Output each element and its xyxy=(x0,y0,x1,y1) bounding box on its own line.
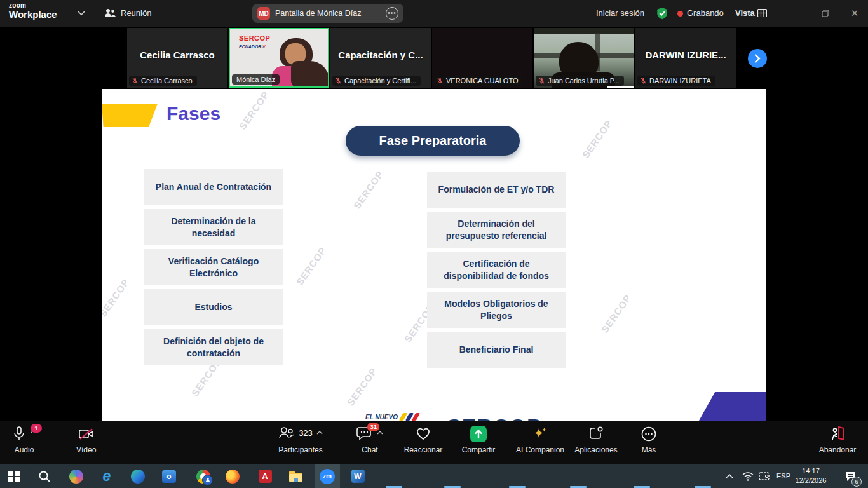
search-button[interactable] xyxy=(32,464,57,488)
taskbar-acrobat-icon[interactable]: A xyxy=(252,464,278,488)
ai-companion-button[interactable]: AI Companion xyxy=(511,426,569,454)
watermark: SERCOP xyxy=(294,245,329,287)
corner-accent-shape xyxy=(699,392,766,421)
watermark: SERCOP xyxy=(237,89,271,132)
taskbar-file-explorer-icon[interactable] xyxy=(283,464,308,488)
participant-name-text: Capacitación y Certifi... xyxy=(344,77,416,85)
share-button[interactable]: Compartir xyxy=(456,426,501,454)
participant-tile-monica-active-speaker[interactable]: SERCOP ECUADOR/// Mónica Díaz xyxy=(229,28,329,88)
leave-button[interactable]: Abandonar xyxy=(812,426,863,454)
audio-label: Audio xyxy=(15,445,34,454)
phase-pill: Fase Preparatoria xyxy=(346,126,520,156)
share-screen-icon xyxy=(470,426,487,442)
meeting-people-icon xyxy=(104,8,116,18)
recording-label: Grabando xyxy=(687,8,724,18)
participants-button[interactable]: 323 Participantes xyxy=(266,426,336,454)
taskbar-copilot-icon[interactable] xyxy=(64,464,89,488)
watermark: SERCOP xyxy=(102,276,132,319)
taskbar-chrome-icon[interactable] xyxy=(191,464,216,488)
logo-word-zoom: zoom xyxy=(9,3,57,9)
tray-clock[interactable]: 14:17 12/2/2026 xyxy=(788,466,834,485)
process-box: Definición del objeto de contratación xyxy=(144,329,283,365)
taskbar-zoom-icon-active[interactable]: zm xyxy=(315,464,340,488)
tray-connect-icon[interactable] xyxy=(754,464,774,488)
participants-icon xyxy=(278,426,295,441)
participant-name-text: DARWIN IZURIETA xyxy=(649,77,711,85)
chat-unread-badge: 31 xyxy=(367,423,379,431)
shared-screen-slide: SERCOP SERCOP SERCOP SERCOP SERCOP SERCO… xyxy=(102,89,766,421)
taskbar-word-icon[interactable]: W xyxy=(345,464,370,488)
view-grid-icon[interactable] xyxy=(757,9,767,17)
screen-share-tab[interactable]: MD Pantalla de Mónica Díaz ••• xyxy=(252,4,403,23)
react-label: Reaccionar xyxy=(404,445,443,454)
security-shield-icon[interactable] xyxy=(656,7,668,20)
next-participants-button[interactable] xyxy=(748,49,767,68)
search-icon xyxy=(38,470,51,483)
taskbar-internet-explorer-icon[interactable]: e xyxy=(94,464,119,488)
maximize-button[interactable] xyxy=(811,0,840,27)
sercop-logo: SERCOP ECUADOR/// xyxy=(239,34,270,50)
speaker-hair-side xyxy=(291,61,329,88)
chat-label: Chat xyxy=(362,445,377,454)
notification-count-badge: 6 xyxy=(851,477,862,487)
participants-count: 323 xyxy=(299,428,313,438)
video-button[interactable]: Vídeo xyxy=(76,426,96,454)
start-button[interactable] xyxy=(1,464,27,488)
participant-tile-veronica[interactable]: VERONICA GUALOTO xyxy=(432,28,532,88)
react-button[interactable]: Reaccionar xyxy=(400,426,446,454)
minimize-button[interactable]: — xyxy=(780,0,810,27)
participant-name-text: Mónica Díaz xyxy=(236,76,275,83)
window-frame-top xyxy=(534,28,634,34)
mic-off-icon xyxy=(640,77,647,85)
watermark: SERCOP xyxy=(345,365,379,408)
mic-off-icon xyxy=(538,77,545,85)
strip-indicator xyxy=(607,86,634,88)
participant-name-text: Cecilia Carrasco xyxy=(141,77,193,85)
apps-button[interactable]: Aplicaciones xyxy=(571,426,621,454)
video-off-icon xyxy=(78,426,95,442)
meeting-toolbar: 1 Audio Vídeo xyxy=(0,421,868,464)
audio-button[interactable]: 1 Audio xyxy=(11,426,37,454)
participants-caret-icon[interactable] xyxy=(316,431,323,435)
more-label: Más xyxy=(642,445,656,454)
chat-caret-icon[interactable] xyxy=(377,431,383,435)
chevron-down-icon[interactable] xyxy=(78,11,85,16)
taskbar-firefox-icon[interactable] xyxy=(220,464,245,488)
taskbar-outlook-icon[interactable]: o xyxy=(156,464,182,488)
close-button[interactable]: ✕ xyxy=(840,0,868,27)
participant-tile-cecilia[interactable]: Cecilia Carrasco Cecilia Carrasco xyxy=(127,28,227,88)
sign-in-link[interactable]: Iniciar sesión xyxy=(596,8,644,18)
participant-nametag: Cecilia Carrasco xyxy=(129,76,197,86)
more-icon xyxy=(641,426,657,442)
mic-off-icon xyxy=(437,77,444,85)
zoom-workplace-logo: zoom Workplace xyxy=(9,3,57,19)
participant-tile-capacitacion[interactable]: Capacitación y C... Capacitación y Certi… xyxy=(330,28,431,88)
tab-title: Pantalla de Mónica Díaz xyxy=(275,9,381,18)
restore-icon xyxy=(822,10,829,17)
more-button[interactable]: Más xyxy=(634,426,663,454)
participant-center-name: Capacitación y C... xyxy=(330,50,431,60)
sercop-logo-text: SERCOP xyxy=(239,34,270,42)
participant-center-name: Cecilia Carrasco xyxy=(127,50,227,60)
participant-tile-darwin[interactable]: DARWIN IZURIE... DARWIN IZURIETA xyxy=(635,28,736,88)
participant-name-text: Juan Carlos Urrutia P... xyxy=(548,77,620,85)
process-box: Formulación de ET y/o TDR xyxy=(427,172,566,208)
taskbar-edge-icon[interactable] xyxy=(125,464,151,488)
ai-sparkle-icon xyxy=(531,426,549,442)
chevron-right-icon xyxy=(754,54,761,63)
process-box: Beneficiario Final xyxy=(427,332,566,368)
process-box: Verificación Catálogo Electrónico xyxy=(144,249,283,285)
footer-logo-sercop: SERCOP xyxy=(447,414,542,421)
view-button-label[interactable]: Vista xyxy=(735,8,755,18)
participant-tile-juan-carlos[interactable]: Juan Carlos Urrutia P... xyxy=(534,28,634,88)
meeting-label[interactable]: Reunión xyxy=(121,8,151,18)
process-box: Certificación de disponibilidad de fondo… xyxy=(427,252,566,288)
tray-date: 12/2/2026 xyxy=(788,476,834,485)
tab-more-icon[interactable]: ••• xyxy=(386,7,398,20)
sercop-footer-logo: EL NUEVO SERCOP xyxy=(365,413,556,421)
zoom-meeting-window: zoom Workplace Reunión MD Pantalla de Mó… xyxy=(0,0,868,488)
process-box: Determinación del presupuesto referencia… xyxy=(427,212,566,248)
tray-notifications-button[interactable]: 6 xyxy=(837,464,863,488)
tray-show-hidden-icons[interactable] xyxy=(719,464,740,488)
chat-button[interactable]: 31 Chat xyxy=(351,426,389,454)
